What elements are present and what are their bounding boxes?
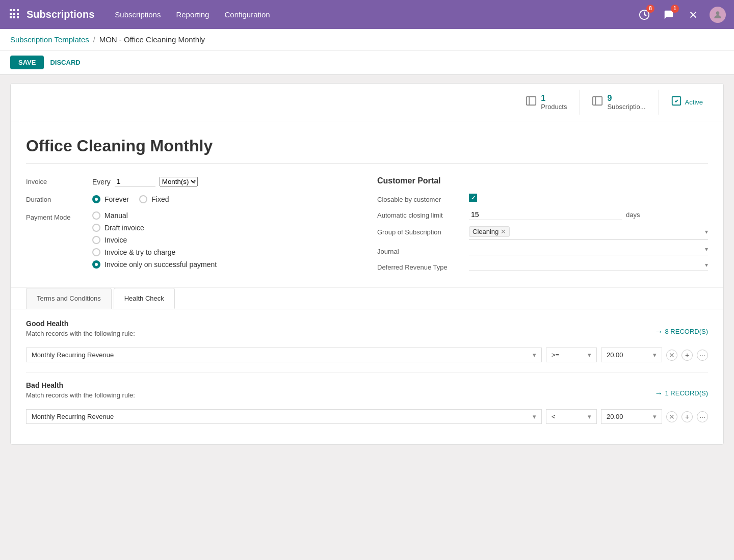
deferred-label: Deferred Revenue Type: [377, 261, 469, 271]
good-records-count: 8 RECORD(S): [665, 328, 708, 335]
stat-products[interactable]: 1 Products: [513, 90, 579, 115]
tab-health-label: Health Check: [124, 295, 164, 302]
breadcrumb-separator: /: [93, 36, 95, 44]
nav-configuration[interactable]: Configuration: [224, 10, 270, 19]
good-field-text: Monthly Recurring Revenue: [32, 351, 114, 359]
invoice-row: Invoice Every Month(s) Year(s) Week(s) D…: [26, 176, 357, 187]
discard-button[interactable]: DISCARD: [50, 59, 80, 66]
stats-bar: 1 Products 9 Subscriptio... Active: [11, 84, 723, 121]
stat-products-info: 1 Products: [541, 94, 567, 111]
group-tag: Cleaning ✕: [469, 226, 510, 237]
payment-invoice[interactable]: Invoice: [92, 236, 357, 244]
payment-invoice-success[interactable]: Invoice only on successful payment: [92, 260, 357, 269]
payment-invoice-charge-label: Invoice & try to charge: [104, 248, 175, 256]
payment-invoice-charge-radio[interactable]: [92, 248, 100, 256]
bad-records-link[interactable]: → 1 RECORD(S): [654, 389, 708, 398]
form-title[interactable]: Office Cleaning Monthly: [26, 137, 708, 155]
invoice-number-input[interactable]: [115, 176, 155, 187]
tab-terms-label: Terms and Conditions: [37, 295, 101, 302]
deferred-dropdown-arrow[interactable]: ▾: [705, 261, 708, 269]
bad-rule-add[interactable]: +: [681, 411, 693, 422]
close-nav-icon[interactable]: [685, 7, 701, 23]
good-records-link[interactable]: → 8 RECORD(S): [654, 327, 708, 336]
good-field-arrow: ▾: [533, 351, 536, 359]
payment-manual-radio[interactable]: [92, 211, 100, 220]
duration-fixed-radio[interactable]: [139, 195, 147, 203]
duration-fixed-label: Fixed: [151, 195, 169, 203]
svg-rect-8: [17, 16, 19, 18]
payment-draft[interactable]: Draft invoice: [92, 224, 357, 232]
tab-terms[interactable]: Terms and Conditions: [26, 288, 112, 309]
duration-label: Duration: [26, 196, 92, 203]
good-rule-field[interactable]: Monthly Recurring Revenue ▾: [26, 348, 542, 362]
good-rule-add[interactable]: +: [681, 350, 693, 361]
payment-invoice-label: Invoice: [104, 236, 127, 244]
bad-rule-val[interactable]: 20.00 ▾: [601, 409, 662, 424]
duration-forever-option[interactable]: Forever: [92, 195, 129, 203]
save-button[interactable]: SAVE: [10, 56, 44, 69]
tab-health-check[interactable]: Health Check: [114, 288, 175, 309]
good-rule-more[interactable]: ···: [697, 350, 708, 361]
user-avatar[interactable]: [710, 7, 726, 23]
closable-row: Closable by customer: [377, 194, 708, 203]
clock-badge-count: 8: [646, 5, 654, 13]
good-val-text: 20.00: [607, 351, 623, 359]
invoice-label: Invoice: [26, 178, 92, 185]
auto-closing-label: Automatic closing limit: [377, 209, 469, 219]
group-dropdown-arrow[interactable]: ▾: [705, 228, 708, 235]
nav-subscriptions[interactable]: Subscriptions: [115, 10, 161, 19]
good-rule-op[interactable]: >= ▾: [546, 348, 597, 362]
bad-rule-field[interactable]: Monthly Recurring Revenue ▾: [26, 409, 542, 424]
stat-subscriptions[interactable]: 9 Subscriptio...: [579, 90, 658, 115]
good-rule-val[interactable]: 20.00 ▾: [601, 348, 662, 362]
svg-rect-0: [10, 9, 12, 11]
svg-rect-5: [17, 13, 19, 15]
bad-rule-op[interactable]: < ▾: [546, 409, 597, 424]
form-grid: Invoice Every Month(s) Year(s) Week(s) D…: [26, 176, 708, 277]
top-nav: Subscriptions Subscriptions Reporting Co…: [0, 0, 734, 29]
clock-badge[interactable]: 8: [636, 7, 652, 23]
nav-reporting[interactable]: Reporting: [176, 10, 209, 19]
journal-dropdown-arrow[interactable]: ▾: [705, 246, 708, 253]
bad-rule-delete[interactable]: ✕: [666, 411, 677, 422]
payment-draft-radio[interactable]: [92, 224, 100, 232]
invoice-period-wrapper: Month(s) Year(s) Week(s) Day(s): [160, 177, 198, 186]
payment-invoice-radio[interactable]: [92, 236, 100, 244]
stat-active[interactable]: Active: [658, 90, 715, 115]
svg-rect-2: [17, 9, 19, 11]
svg-rect-6: [10, 16, 12, 18]
payment-invoice-success-radio[interactable]: [92, 260, 100, 269]
good-rule-delete[interactable]: ✕: [666, 350, 677, 361]
health-check-content: Good Health Match records with the follo…: [11, 309, 723, 444]
payment-invoice-charge[interactable]: Invoice & try to charge: [92, 248, 357, 256]
bad-rule-more[interactable]: ···: [697, 411, 708, 422]
chat-badge[interactable]: 1: [661, 7, 677, 23]
bad-records-count: 1 RECORD(S): [665, 389, 708, 397]
breadcrumb-current: MON - Office Cleaning Monthly: [99, 35, 205, 44]
closable-checkbox[interactable]: [469, 194, 477, 202]
bad-rule-row: Monthly Recurring Revenue ▾ < ▾ 20.00 ▾ …: [26, 409, 708, 424]
products-icon: [526, 95, 537, 109]
payment-manual[interactable]: Manual: [92, 211, 357, 220]
grid-icon[interactable]: [8, 8, 20, 21]
tabs: Terms and Conditions Health Check: [26, 288, 708, 309]
stat-subscriptions-label: Subscriptio...: [607, 103, 645, 111]
journal-value: ▾: [469, 246, 708, 255]
auto-closing-value: days: [469, 209, 708, 220]
stat-active-label: Active: [685, 98, 703, 106]
subscriptions-icon: [592, 95, 603, 109]
good-rule-actions: ✕ + ···: [666, 350, 708, 361]
group-tag-close[interactable]: ✕: [501, 228, 506, 235]
bad-records-arrow: →: [654, 389, 663, 398]
payment-mode-label: Payment Mode: [26, 211, 92, 221]
duration-forever-label: Forever: [104, 195, 129, 203]
good-op-text: >=: [552, 351, 559, 359]
breadcrumb-parent[interactable]: Subscription Templates: [10, 35, 89, 44]
invoice-period-select[interactable]: Month(s) Year(s) Week(s) Day(s): [160, 177, 198, 186]
bad-val-text: 20.00: [607, 413, 623, 420]
auto-closing-input[interactable]: [469, 209, 622, 220]
stat-subscriptions-count: 9: [607, 94, 645, 103]
deferred-value: ▾: [469, 261, 708, 271]
duration-fixed-option[interactable]: Fixed: [139, 195, 169, 203]
duration-forever-radio[interactable]: [92, 195, 100, 203]
